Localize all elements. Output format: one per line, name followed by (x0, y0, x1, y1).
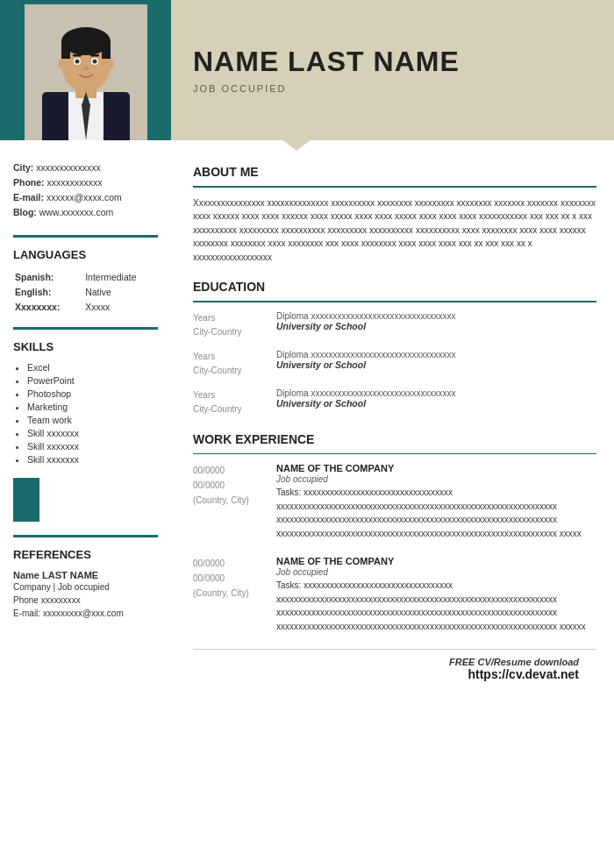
skills-section: SKILLS Excel PowerPoint Photoshop Market… (13, 340, 158, 465)
svg-point-15 (58, 59, 65, 69)
edu-dates-1: Years City-Country (193, 311, 276, 339)
contact-section: City: xxxxxxxxxxxxxx Phone: xxxxxxxxxxxx… (13, 162, 158, 217)
work-row-1: 00/0000 00/0000 (Country, City) NAME OF … (193, 463, 596, 540)
about-divider (193, 186, 596, 188)
lang-name: Xxxxxxxx: (15, 302, 83, 315)
languages-section: LANGUAGES Spanish: Intermediate English:… (13, 248, 158, 317)
work-experience-title: WORK EXPERIENCE (193, 432, 596, 446)
city-value: xxxxxxxxxxxxxx (36, 162, 101, 173)
edu-dates-3: Years City-Country (193, 388, 276, 416)
lang-level: Xxxxx (85, 302, 156, 315)
reference-email: E-mail: xxxxxxxxx@xxx.com (13, 607, 158, 620)
work-details-2: NAME OF THE COMPANY Job occupied Tasks: … (276, 556, 596, 633)
candidate-job: JOB OCCUPIED (193, 83, 596, 94)
email-field: E-mail: xxxxxx@xxxx.com (13, 192, 158, 203)
lang-name: English: (15, 287, 83, 300)
work-dates-2: 00/0000 00/0000 (Country, City) (193, 556, 276, 633)
reference-name: Name LAST NAME (13, 570, 158, 580)
svg-rect-13 (90, 54, 99, 57)
references-title: REFERENCES (13, 548, 158, 561)
header: NAME LAST NAME JOB OCCUPIED (0, 0, 614, 140)
teal-decoration-block (13, 478, 39, 522)
education-row: Years City-Country Diploma xxxxxxxxxxxxx… (193, 388, 596, 416)
work-details-1: NAME OF THE COMPANY Job occupied Tasks: … (276, 463, 596, 540)
language-row: English: Native (15, 287, 156, 300)
blog-field: Blog: www.xxxxxxx.com (13, 207, 158, 217)
skills-title: SKILLS (13, 340, 158, 353)
about-me-title: ABOUT ME (193, 165, 596, 179)
reference-phone: Phone xxxxxxxxx (13, 594, 158, 607)
candidate-name: NAME LAST NAME (193, 46, 596, 77)
email-value: xxxxxx@xxxx.com (46, 192, 122, 203)
sidebar-divider-2 (13, 327, 158, 330)
work-job-2: Job occupied (276, 567, 596, 577)
education-divider (193, 301, 596, 302)
edu-details-3: Diploma xxxxxxxxxxxxxxxxxxxxxxxxxxxxxxxx… (276, 388, 596, 416)
language-row: Spanish: Intermediate (15, 272, 156, 285)
footer: FREE CV/Resume download https://cv.devat… (193, 649, 596, 688)
education-row: Years City-Country Diploma xxxxxxxxxxxxx… (193, 350, 596, 378)
svg-rect-6 (61, 41, 70, 59)
edu-details-2: Diploma xxxxxxxxxxxxxxxxxxxxxxxxxxxxxxxx… (276, 350, 596, 378)
skill-item: Marketing (27, 402, 158, 412)
lang-level: Intermediate (85, 272, 156, 285)
work-job-1: Job occupied (276, 474, 596, 484)
main-content: ABOUT ME Xxxxxxxxxxxxxxxx xxxxxxxxxxxxxx… (171, 140, 614, 868)
edu-details-1: Diploma xxxxxxxxxxxxxxxxxxxxxxxxxxxxxxxx… (276, 311, 596, 339)
phone-field: Phone: xxxxxxxxxxxx (13, 177, 158, 188)
lang-name: Spanish: (15, 272, 83, 285)
header-pointer-decoration (281, 139, 312, 151)
work-dates-1: 00/0000 00/0000 (Country, City) (193, 463, 276, 540)
photo-area (0, 0, 171, 140)
lang-level: Native (85, 287, 156, 300)
blog-label: Blog: (13, 207, 37, 217)
education-row: Years City-Country Diploma xxxxxxxxxxxxx… (193, 311, 596, 339)
svg-rect-7 (102, 41, 111, 59)
skill-item: Excel (27, 362, 158, 373)
city-label: City: (13, 162, 33, 173)
skill-item: Photoshop (27, 388, 158, 399)
about-text: Xxxxxxxxxxxxxxxx xxxxxxxxxxxxxx xxxxxxxx… (193, 196, 596, 265)
reference-company: Company | Job occupied (13, 580, 158, 594)
svg-point-14 (83, 67, 89, 70)
profile-photo (25, 4, 147, 140)
skill-item: Skill xxxxxxx (27, 428, 158, 438)
work-row-2: 00/0000 00/0000 (Country, City) NAME OF … (193, 556, 596, 633)
svg-point-16 (107, 59, 114, 69)
edu-dates-2: Years City-Country (193, 350, 276, 378)
skills-list: Excel PowerPoint Photoshop Marketing Tea… (13, 362, 158, 465)
footer-tagline: FREE CV/Resume download (193, 657, 579, 667)
svg-point-11 (92, 60, 96, 64)
skill-item: Team work (27, 415, 158, 425)
references-section: REFERENCES Name LAST NAME Company | Job … (13, 548, 158, 620)
language-row: Xxxxxxxx: Xxxxx (15, 302, 156, 315)
phone-value: xxxxxxxxxxxx (47, 177, 103, 188)
languages-title: LANGUAGES (13, 248, 158, 261)
work-company-2: NAME OF THE COMPANY (276, 556, 596, 566)
header-title-area: NAME LAST NAME JOB OCCUPIED (171, 0, 614, 140)
sidebar-divider-3 (13, 535, 158, 537)
main-layout: City: xxxxxxxxxxxxxx Phone: xxxxxxxxxxxx… (0, 140, 614, 868)
skill-item: PowerPoint (27, 375, 158, 386)
skill-item: Skill xxxxxxx (27, 441, 158, 452)
phone-label: Phone: (13, 177, 45, 188)
work-company-1: NAME OF THE COMPANY (276, 463, 596, 473)
sidebar: City: xxxxxxxxxxxxxx Phone: xxxxxxxxxxxx… (0, 140, 171, 868)
languages-table: Spanish: Intermediate English: Native Xx… (13, 270, 158, 317)
blog-value: www.xxxxxxx.com (39, 207, 114, 217)
email-label: E-mail: (13, 192, 44, 203)
education-title: EDUCATION (193, 280, 596, 294)
work-divider (193, 453, 596, 455)
work-tasks-1: Tasks: xxxxxxxxxxxxxxxxxxxxxxxxxxxxxxxxx… (276, 486, 596, 540)
svg-rect-12 (73, 54, 82, 57)
footer-url: https://cv.devat.net (193, 667, 579, 681)
skill-item: Skill xxxxxxx (27, 454, 158, 465)
city-field: City: xxxxxxxxxxxxxx (13, 162, 158, 173)
svg-point-10 (75, 60, 79, 64)
sidebar-divider-1 (13, 235, 158, 238)
work-tasks-2: Tasks: xxxxxxxxxxxxxxxxxxxxxxxxxxxxxxxxx… (276, 579, 596, 633)
